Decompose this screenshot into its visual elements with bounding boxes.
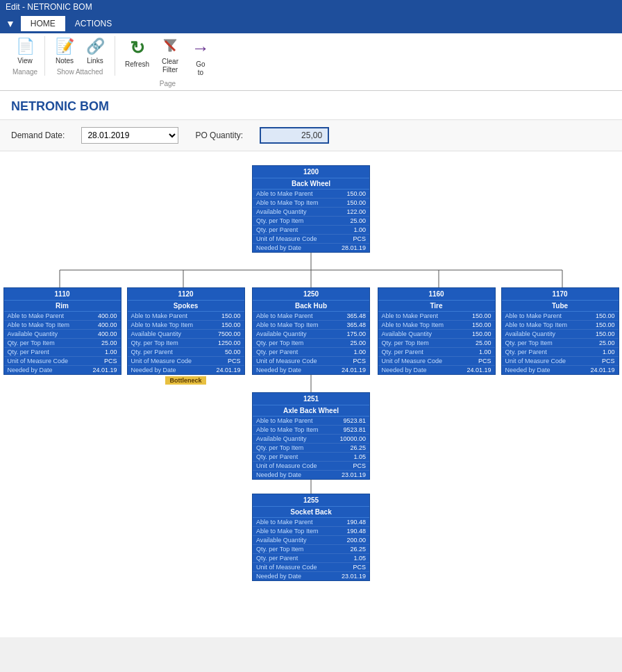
- clear-filter-button[interactable]: ClearFilter: [156, 36, 184, 78]
- action-items: ↻ Refresh ClearFilter → Goto: [121, 36, 215, 78]
- root-to-level1-svg: [12, 253, 610, 287]
- node-1255[interactable]: 1255 Socket Back Able to Make Parent190.…: [252, 494, 370, 581]
- links-icon: 🔗: [86, 37, 105, 56]
- node-1250-id: 1250: [253, 288, 369, 301]
- level-1: 1110 Rim Able to Make Parent400.00 Able …: [3, 287, 619, 581]
- node-1170-name: Tube: [502, 301, 619, 312]
- col-1160: 1160 Tire Able to Make Parent150.00 Able…: [378, 287, 496, 375]
- notes-icon: 📝: [56, 37, 74, 56]
- bottleneck-badge-1120: Bottleneck: [165, 376, 205, 385]
- notes-button[interactable]: 📝 Notes: [51, 36, 78, 67]
- node-1200-row-4: Qty. per Parent1.00: [253, 226, 369, 235]
- 1251-down-svg: [251, 480, 372, 494]
- node-1110[interactable]: 1110 Rim Able to Make Parent400.00 Able …: [3, 287, 121, 375]
- node-1255-id: 1255: [253, 494, 369, 507]
- tree-wrapper: 1200 Back Wheel Able to Make Parent150.0…: [0, 158, 622, 588]
- ribbon-group-actions: ↻ Refresh ClearFilter → Goto Page: [115, 36, 220, 87]
- refresh-icon: ↻: [130, 37, 145, 59]
- node-1200[interactable]: 1200 Back Wheel Able to Make Parent150.0…: [252, 165, 370, 253]
- node-1120-name: Spokes: [128, 301, 244, 312]
- bom-container: 1200 Back Wheel Able to Make Parent150.0…: [0, 151, 622, 637]
- node-1120[interactable]: 1120 Spokes Able to Make Parent150.00 Ab…: [127, 287, 245, 375]
- node-1200-name: Back Wheel: [253, 178, 369, 190]
- node-1250[interactable]: 1250 Back Hub Able to Make Parent365.48 …: [252, 287, 370, 375]
- po-quantity-label: PO Quantity:: [195, 131, 243, 140]
- ribbon: 📄 View Manage 📝 Notes 🔗 Links Show Attac…: [0, 33, 622, 91]
- manage-items: 📄 View: [11, 36, 39, 67]
- attached-items: 📝 Notes 🔗 Links: [51, 36, 109, 67]
- goto-button[interactable]: → Goto: [187, 36, 215, 78]
- actions-group-label: Page: [160, 80, 176, 87]
- col-1170: 1170 Tube Able to Make Parent150.00 Able…: [501, 287, 619, 375]
- node-1160-id: 1160: [378, 288, 495, 301]
- links-label: Links: [87, 57, 103, 65]
- clear-filter-icon: [162, 37, 178, 58]
- filter-bar: Demand Date: 28.01.2019 PO Quantity:: [0, 119, 622, 151]
- view-icon: 📄: [16, 37, 35, 56]
- view-label: View: [17, 57, 33, 65]
- page-title: NETRONIC BOM: [0, 91, 622, 119]
- node-1251-name: Axle Back Wheel: [253, 405, 369, 417]
- node-1200-row-1: Able to Make Top Item150.00: [253, 199, 369, 208]
- page-area: NETRONIC BOM Demand Date: 28.01.2019 PO …: [0, 91, 622, 637]
- po-quantity-input[interactable]: [260, 127, 329, 144]
- node-1200-row-5: Unit of Measure CodePCS: [253, 235, 369, 244]
- node-1255-name: Socket Back: [253, 507, 369, 518]
- node-1110-id: 1110: [4, 288, 121, 301]
- node-1170-id: 1170: [502, 288, 619, 301]
- node-1200-row-0: Able to Make Parent150.00: [253, 190, 369, 199]
- 1250-down-svg: [251, 375, 372, 392]
- level-0: 1200 Back Wheel Able to Make Parent150.0…: [252, 165, 370, 253]
- refresh-button[interactable]: ↻ Refresh: [121, 36, 153, 78]
- title-text: Edit - NETRONIC BOM: [6, 2, 92, 12]
- col-1120: 1120 Spokes Able to Make Parent150.00 Ab…: [127, 287, 245, 385]
- node-1200-row-2: Available Quantity122.00: [253, 208, 369, 217]
- attached-group-label: Show Attached: [57, 68, 103, 76]
- goto-icon: →: [192, 37, 210, 59]
- notes-label: Notes: [56, 57, 74, 65]
- node-1251-id: 1251: [253, 393, 369, 405]
- manage-group-label: Manage: [12, 68, 37, 76]
- nav-dropdown-arrow[interactable]: ▼: [0, 15, 21, 32]
- col-1110: 1110 Rim Able to Make Parent400.00 Able …: [3, 287, 121, 375]
- node-1250-name: Back Hub: [253, 301, 369, 312]
- ribbon-group-manage: 📄 View Manage: [6, 36, 45, 76]
- col-1250: 1250 Back Hub Able to Make Parent365.48 …: [251, 287, 372, 581]
- title-bar: Edit - NETRONIC BOM: [0, 0, 622, 14]
- links-button[interactable]: 🔗 Links: [81, 36, 109, 67]
- node-1200-id: 1200: [253, 166, 369, 178]
- tab-home[interactable]: HOME: [21, 16, 65, 31]
- node-1110-name: Rim: [4, 301, 121, 312]
- node-1200-row-6: Needed by Date28.01.19: [253, 244, 369, 252]
- node-1160-name: Tire: [378, 301, 495, 312]
- node-1160[interactable]: 1160 Tire Able to Make Parent150.00 Able…: [378, 287, 496, 375]
- tab-actions[interactable]: ACTIONS: [65, 16, 121, 31]
- goto-label: Goto: [196, 60, 205, 77]
- node-1200-row-3: Qty. per Top Item25.00: [253, 217, 369, 226]
- nav-bar: ▼ HOME ACTIONS: [0, 14, 622, 33]
- node-1251[interactable]: 1251 Axle Back Wheel Able to Make Parent…: [252, 392, 370, 480]
- demand-date-select[interactable]: 28.01.2019: [81, 127, 178, 144]
- refresh-label: Refresh: [125, 60, 149, 69]
- view-button[interactable]: 📄 View: [11, 36, 39, 67]
- ribbon-group-attached: 📝 Notes 🔗 Links Show Attached: [45, 36, 115, 76]
- clear-filter-label: ClearFilter: [162, 58, 178, 74]
- node-1120-id: 1120: [128, 288, 244, 301]
- node-1170[interactable]: 1170 Tube Able to Make Parent150.00 Able…: [501, 287, 619, 375]
- demand-date-label: Demand Date:: [11, 131, 65, 140]
